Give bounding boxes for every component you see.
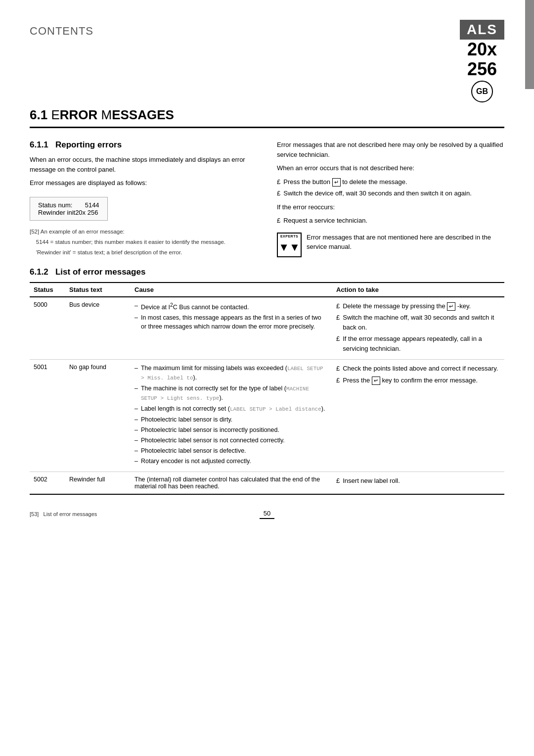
cell-cause-5002: The (internal) roll diameter control has… <box>131 472 332 494</box>
cell-statustext-5001: No gap found <box>65 360 131 472</box>
action-text: Check the points listed above and correc… <box>343 364 498 374</box>
cause-text: The machine is not correctly set for the… <box>141 384 328 403</box>
dash-icon: – <box>134 425 138 434</box>
page-header: Contents ALS 20x 256 GB <box>30 20 504 102</box>
expert-arrows-icon: ▼▼ <box>278 241 300 254</box>
caption-line3: 'Rewinder init' = status text; a brief d… <box>30 248 257 257</box>
action-text: Delete the message by pressing the ↵ -ke… <box>343 301 471 311</box>
error-display-line1: Status num: 5144 <box>38 201 99 209</box>
page-number: 50 <box>260 510 274 519</box>
model-number: 20x 256 <box>467 40 497 79</box>
bullet-sym: £ <box>336 476 340 486</box>
cell-status-5002: 5002 <box>30 472 65 494</box>
table-row: 5002 Rewinder full The (internal) roll d… <box>30 472 504 494</box>
right-para3: If the error reoccurs: <box>277 202 504 212</box>
cause-item: – The machine is not correctly set for t… <box>134 384 328 403</box>
action-text: If the error message appears repeatedly,… <box>343 334 500 353</box>
cell-statustext-5000: Bus device <box>65 297 131 360</box>
bullet-sym: £ <box>336 301 340 311</box>
cause-text-5002: The (internal) roll diameter control has… <box>134 476 320 490</box>
bullet-text-2: Switch the device off, wait 30 seconds a… <box>283 189 472 198</box>
cause-text: Photoelectric label sensor is not connec… <box>141 436 285 445</box>
action-item: £ Delete the message by pressing the ↵ -… <box>336 301 500 311</box>
bullet-reoccurs-text: Request a service technician. <box>283 216 367 226</box>
error-table: Status Status text Cause Action to take … <box>30 282 504 495</box>
bullet-sym: £ <box>336 364 340 374</box>
contents-title-area: Contents <box>30 20 93 38</box>
cause-item: – Photoelectric label sensor is dirty. <box>134 415 328 424</box>
bullet-reoccurs: £ Request a service technician. <box>277 216 504 226</box>
section-611-layout: 6.1.1 Reporting errors When an error occ… <box>30 140 504 257</box>
contents-title: Contents <box>30 25 93 38</box>
dash-icon: – <box>134 364 138 382</box>
bullet-symbol-2: £ <box>277 189 280 198</box>
product-badge: ALS 20x 256 GB <box>460 20 504 102</box>
cause-item: – Rotary encoder is not adjusted correct… <box>134 457 328 466</box>
enter-key-icon: ↵ <box>332 178 341 187</box>
dash-icon: – <box>134 313 138 331</box>
bullet-item-1: £ Press the button ↵ to delete the messa… <box>277 177 504 187</box>
cell-action-5001: £ Check the points listed above and corr… <box>332 360 504 472</box>
status-num-value: 5144 <box>85 201 99 209</box>
error-display-box: Status num: 5144 Rewinder init20x 256 <box>30 197 108 221</box>
caption-ref: [52] An example of an error message: <box>30 228 257 236</box>
cause-text: Photoelectric label sensor is dirty. <box>141 415 232 424</box>
cause-item: – The maximum limit for missing labels w… <box>134 364 328 382</box>
action-list-5001: £ Check the points listed above and corr… <box>336 364 500 385</box>
subsection-number: 6.1.1 <box>30 140 48 149</box>
model-line2: 256 <box>467 59 497 79</box>
cause-text: Photoelectric label sensor is defective. <box>141 446 246 455</box>
page-footer: [53] List of error messages 50 <box>30 510 504 519</box>
experts-icon: EXPERTS ▼▼ <box>277 233 302 257</box>
cause-item: – Label length is not correctly set (LAB… <box>134 404 328 414</box>
footer-note: [53] List of error messages <box>30 511 97 517</box>
experts-label: EXPERTS <box>280 235 298 238</box>
th-status: Status <box>30 283 65 297</box>
action-item: £ Switch the machine off, wait 30 second… <box>336 313 500 332</box>
cause-list-5001: – The maximum limit for missing labels w… <box>134 364 328 466</box>
error-display-line2: Rewinder init20x 256 <box>38 209 99 216</box>
dash-icon: – <box>134 384 138 403</box>
cell-action-5000: £ Delete the message by pressing the ↵ -… <box>332 297 504 360</box>
intro-para2: Error messages are displayed as follows: <box>30 178 257 188</box>
action-item: £ Check the points listed above and corr… <box>336 364 500 374</box>
col-right-611: Error messages that are not described he… <box>277 140 504 257</box>
cell-status-5000: 5000 <box>30 297 65 360</box>
als-label: ALS <box>460 20 504 40</box>
section-title: 6.1 ERROR MESSAGES <box>30 107 504 128</box>
bullet-sym: £ <box>336 313 340 332</box>
cause-text: Photoelectric label sensor is incorrectl… <box>141 425 279 434</box>
dash-icon: – <box>134 301 138 312</box>
caption-line2: 5144 = status number; this number makes … <box>30 238 257 246</box>
right-para1: Error messages that are not described he… <box>277 140 504 159</box>
section-number: 6.1 <box>30 107 51 122</box>
dash-icon: – <box>134 404 138 414</box>
right-bullet-reoccurs: £ Request a service technician. <box>277 216 504 226</box>
cause-text: Label length is not correctly set (LABEL… <box>141 404 325 414</box>
caption-bracket-ref: [52] <box>30 229 39 235</box>
table-row: 5000 Bus device – Device at I2C Bus cann… <box>30 297 504 360</box>
page-number-value: 50 <box>264 510 270 517</box>
subsection-612-number: 6.1.2 <box>30 267 48 277</box>
dash-icon: – <box>134 436 138 445</box>
cell-cause-5000: – Device at I2C Bus cannot be contacted.… <box>131 297 332 360</box>
bullet-symbol-reoccurs: £ <box>277 216 280 226</box>
gb-badge: GB <box>471 81 493 102</box>
cause-text: In most cases, this message appears as t… <box>141 313 328 331</box>
cell-status-5001: 5001 <box>30 360 65 472</box>
section-612: 6.1.2 List of error messages Status Stat… <box>30 267 504 495</box>
action-text: Switch the machine off, wait 30 seconds … <box>343 313 500 332</box>
bullet-sym: £ <box>336 376 340 385</box>
page: Contents ALS 20x 256 GB 6.1 ERROR MESSAG… <box>0 0 534 756</box>
gray-sidebar <box>525 0 534 89</box>
cause-text: The maximum limit for missing labels was… <box>141 364 328 382</box>
cause-text: Rotary encoder is not adjusted correctly… <box>141 457 251 466</box>
model-line1: 20x <box>467 40 497 59</box>
footnote-ref: [53] <box>30 511 39 517</box>
cause-item: – Photoelectric label sensor is not conn… <box>134 436 328 445</box>
action-text: Insert new label roll. <box>343 476 400 486</box>
dash-icon: – <box>134 446 138 455</box>
right-para2: When an error occurs that is not describ… <box>277 163 504 173</box>
cell-statustext-5002: Rewinder full <box>65 472 131 494</box>
cause-list-5000: – Device at I2C Bus cannot be contacted.… <box>134 301 328 331</box>
